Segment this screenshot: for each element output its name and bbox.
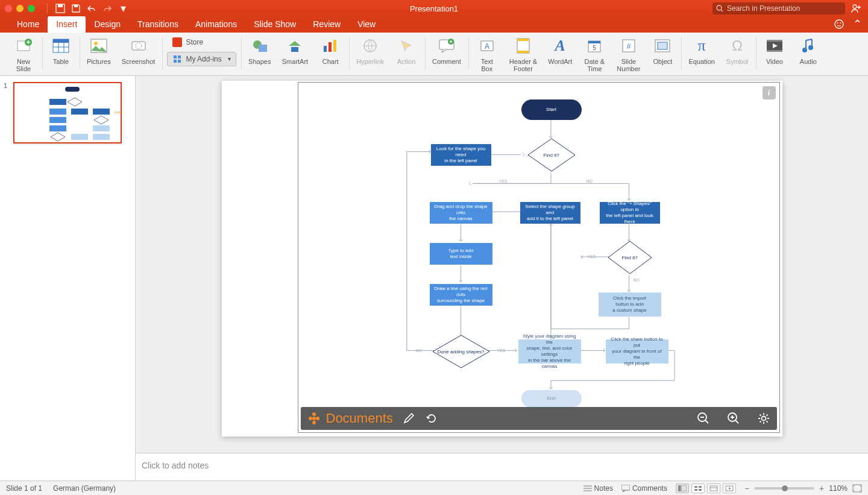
- tab-review[interactable]: Review: [304, 16, 349, 33]
- slide-1[interactable]: i: [222, 81, 782, 437]
- zoom-slider[interactable]: [754, 487, 814, 490]
- sorter-view-button[interactable]: [691, 484, 705, 493]
- zoom-out-button[interactable]: −: [744, 484, 749, 493]
- video-button[interactable]: Video: [761, 35, 788, 66]
- qat-customize-icon[interactable]: ▾: [118, 3, 128, 14]
- window-zoom[interactable]: [28, 5, 35, 12]
- collapse-ribbon-icon[interactable]: ⌃: [853, 19, 862, 30]
- svg-rect-22: [291, 47, 298, 52]
- svg-point-13: [94, 42, 98, 45]
- table-button[interactable]: Table: [47, 35, 75, 66]
- search-in-presentation[interactable]: Search in Presentation: [712, 2, 845, 14]
- edit-icon[interactable]: [401, 411, 416, 426]
- tab-animations[interactable]: Animations: [187, 16, 245, 33]
- autosave-icon[interactable]: [55, 3, 66, 14]
- flow-find-decision: Find it?: [527, 138, 576, 172]
- status-language[interactable]: German (Germany): [53, 484, 116, 493]
- label-yes-3: YES: [497, 348, 506, 353]
- hyperlink-button: Hyperlink: [354, 35, 386, 66]
- label-yes-2: YES: [588, 254, 596, 259]
- svg-text:#: #: [627, 42, 631, 51]
- svg-rect-50: [71, 109, 88, 115]
- object-button[interactable]: Object: [649, 35, 676, 66]
- audio-button[interactable]: Audio: [794, 35, 822, 66]
- svg-point-65: [761, 417, 766, 421]
- chart-button[interactable]: Chart: [316, 35, 344, 66]
- addins-icon: [172, 54, 182, 64]
- flow-done-decision: Done adding shapes?: [432, 335, 490, 368]
- fit-to-window-button[interactable]: [852, 484, 862, 493]
- new-slide-button[interactable]: New Slide: [10, 35, 37, 74]
- screenshot-button[interactable]: Screenshot: [119, 35, 158, 66]
- svg-rect-32: [517, 39, 529, 41]
- save-icon[interactable]: [71, 3, 81, 14]
- zoom-in-button[interactable]: +: [819, 484, 824, 493]
- lucidchart-documents-button[interactable]: Documents: [326, 411, 393, 426]
- comments-toggle[interactable]: Comments: [621, 484, 667, 493]
- svg-rect-58: [93, 134, 110, 140]
- title-bar: ▾ Presentation1 Search in Presentation: [0, 0, 868, 17]
- header-footer-button[interactable]: Header & Footer: [507, 35, 539, 74]
- window-title: Presentation1: [410, 4, 458, 13]
- tab-slideshow[interactable]: Slide Show: [245, 16, 304, 33]
- normal-view-button[interactable]: [676, 484, 689, 493]
- feedback-icon[interactable]: [834, 19, 844, 30]
- wordart-button[interactable]: AWordArt: [546, 35, 574, 66]
- svg-point-5: [835, 20, 843, 28]
- slideshow-view-button[interactable]: [723, 484, 736, 493]
- date-time-button[interactable]: 5Date & Time: [580, 35, 608, 74]
- svg-rect-47: [49, 99, 66, 105]
- flow-draw: Draw a line using the red dots surroundi…: [430, 284, 492, 306]
- ribbon: New Slide Table Pictures Screenshot Stor…: [0, 33, 868, 76]
- svg-rect-23: [324, 46, 327, 52]
- action-button: Action: [392, 35, 420, 66]
- pictures-button[interactable]: Pictures: [84, 35, 113, 66]
- lucidchart-toolbar: Documents: [301, 407, 777, 430]
- svg-rect-17: [178, 55, 181, 58]
- svg-rect-68: [681, 485, 687, 491]
- window-minimize[interactable]: [16, 5, 24, 12]
- status-slide-indicator: Slide 1 of 1: [6, 484, 42, 493]
- flow-import: Click the import button to add a custom …: [599, 292, 661, 317]
- smartart-button[interactable]: SmartArt: [280, 35, 310, 66]
- slide-number-button[interactable]: #Slide Number: [614, 35, 643, 74]
- zoom-level[interactable]: 110%: [829, 484, 848, 493]
- refresh-icon[interactable]: [424, 411, 439, 426]
- equation-button[interactable]: πEquation: [686, 35, 717, 66]
- svg-text:A: A: [485, 42, 489, 51]
- zoom-in-icon[interactable]: [726, 411, 741, 426]
- undo-icon[interactable]: [86, 3, 97, 14]
- tab-home[interactable]: Home: [8, 16, 48, 33]
- tab-design[interactable]: Design: [86, 16, 129, 33]
- svg-rect-1: [58, 4, 63, 7]
- tab-view[interactable]: View: [349, 16, 384, 33]
- lucidchart-addin-frame[interactable]: i: [298, 82, 780, 433]
- comment-button[interactable]: Comment: [430, 35, 464, 66]
- svg-rect-16: [174, 55, 177, 58]
- svg-marker-53: [94, 116, 108, 124]
- tab-insert[interactable]: Insert: [48, 16, 86, 33]
- notes-pane[interactable]: Click to add notes: [136, 453, 868, 481]
- svg-point-7: [840, 22, 841, 24]
- zoom-out-icon[interactable]: [696, 411, 711, 426]
- my-addins-button[interactable]: My Add-ins▾: [167, 52, 236, 66]
- reading-view-button[interactable]: [707, 484, 720, 493]
- shapes-button[interactable]: Shapes: [246, 35, 274, 66]
- svg-rect-57: [71, 134, 88, 140]
- redo-icon[interactable]: [102, 3, 113, 14]
- svg-rect-66: [621, 485, 630, 490]
- svg-rect-21: [259, 45, 267, 52]
- slide-thumbnail-1[interactable]: Lucid: [13, 82, 122, 143]
- window-close[interactable]: [5, 5, 12, 12]
- slide-canvas-area[interactable]: i: [136, 76, 868, 453]
- svg-point-45: [808, 45, 813, 50]
- notes-toggle[interactable]: Notes: [583, 484, 613, 493]
- settings-icon[interactable]: [756, 411, 771, 426]
- share-icon[interactable]: [851, 3, 862, 14]
- store-button[interactable]: Store: [167, 35, 236, 49]
- text-box-button[interactable]: AText Box: [473, 35, 501, 74]
- flow-share: Click the share button to put your diagr…: [606, 339, 668, 364]
- tab-transitions[interactable]: Transitions: [129, 16, 187, 33]
- thumbnail-number: 1: [4, 82, 7, 89]
- ribbon-tabs: Home Insert Design Transitions Animation…: [0, 17, 868, 33]
